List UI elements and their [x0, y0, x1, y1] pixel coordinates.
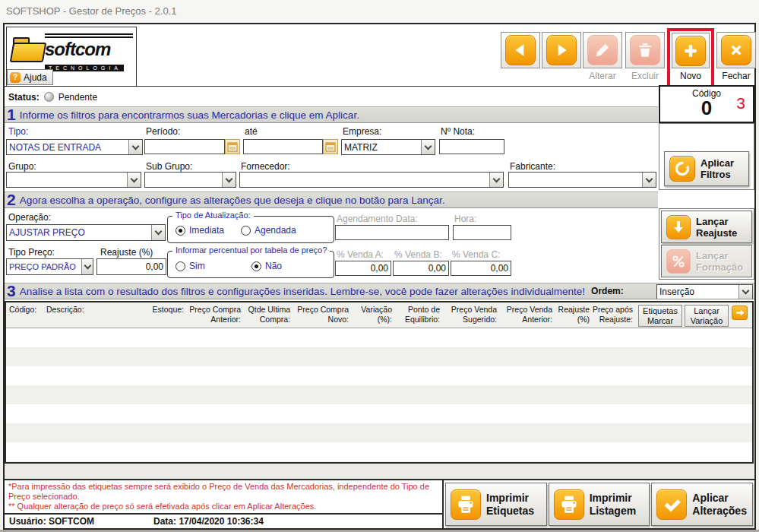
close-icon: [721, 35, 751, 65]
fabricante-combobox[interactable]: [508, 172, 656, 188]
status-row: Status: Pendente: [5, 87, 658, 106]
grupo-value: [7, 173, 127, 187]
check-icon: [656, 489, 687, 520]
subgrupo-value: [145, 173, 222, 187]
lancar-formacao-line2: Formação: [696, 261, 743, 273]
radio-agendada[interactable]: Agendada: [241, 225, 296, 236]
tipo-preco-value: PREÇO PADRÃO: [7, 259, 81, 274]
usuario-value: SOFTCOM: [49, 516, 94, 527]
tipo-atualizacao-groupbox: Tipo de Atualização: Imediata Agendada: [167, 216, 334, 243]
empresa-combobox[interactable]: MATRIZ: [341, 139, 435, 155]
step1-header: 1 Informe os filtros para encontrarmos s…: [5, 106, 658, 123]
aplicar-filtros-line2: Filtros: [700, 169, 731, 180]
question-icon: ?: [10, 72, 21, 83]
radio-nao-label: Não: [265, 261, 282, 271]
imprimir-listagem-button[interactable]: ImprimirListagem: [549, 483, 650, 526]
novo-button[interactable]: Novo: [670, 33, 711, 81]
nav-previous-button[interactable]: [500, 32, 541, 68]
step3-header: 3 Analise a lista com o resultado dos fi…: [5, 283, 754, 299]
scroll-right-button[interactable]: [732, 306, 748, 320]
chevron-down-icon: [81, 259, 93, 274]
fabricante-value: [509, 173, 642, 187]
empresa-label: Empresa:: [343, 126, 381, 137]
ate-calendar-button[interactable]: [323, 139, 338, 154]
radio-sim-label: Sim: [189, 261, 205, 271]
alterar-label: Alterar: [582, 71, 623, 81]
lancar-reajuste-button[interactable]: Lançar Reajuste: [661, 211, 752, 243]
step2-header: 2 Agora escolha a operação, configure as…: [5, 192, 658, 208]
fornecedor-combobox[interactable]: [239, 172, 504, 188]
reajuste-field[interactable]: 0,00: [96, 258, 166, 275]
alterar-button[interactable]: Alterar: [582, 32, 623, 81]
empresa-value: MATRIZ: [342, 140, 421, 154]
lancar-variacao-button[interactable]: LançarVariação: [685, 305, 729, 327]
imprimir-etiquetas-button[interactable]: ImprimirEtiquetas: [445, 483, 547, 526]
fechar-button[interactable]: Fechar: [716, 32, 757, 81]
nota-field[interactable]: [439, 139, 504, 154]
tipo-combobox[interactable]: NOTAS DE ENTRADA: [6, 139, 143, 155]
novo-highlight-rectangle: Novo: [667, 28, 714, 89]
fabricante-label: Fabricante:: [510, 161, 555, 172]
lancar-formacao-line1: Lançar: [696, 250, 729, 261]
window-title: SOFTSHOP - Gestor de Preços - 2.0.1: [6, 5, 176, 17]
arrow-down-icon: [666, 215, 691, 239]
chevron-down-icon: [127, 173, 141, 187]
radio-unselected-icon: [176, 261, 185, 271]
reajuste-label: Reajuste (%): [100, 247, 153, 258]
radio-sim[interactable]: Sim: [176, 261, 205, 271]
chevron-down-icon: [489, 173, 503, 187]
help-button[interactable]: ? Ajuda: [7, 69, 53, 85]
usuario-label: Usuário:: [9, 516, 46, 527]
refresh-icon: [669, 156, 695, 182]
aplicar-filtros-button[interactable]: Aplicar Filtros: [664, 151, 749, 186]
chevron-down-icon: [642, 173, 656, 187]
lancar-formacao-button[interactable]: Lançar Formação: [661, 245, 752, 277]
excluir-label: Excluir: [625, 71, 666, 81]
lancar-reajuste-line2: Reajuste: [696, 227, 737, 239]
grid-body-empty[interactable]: [6, 328, 752, 462]
top-band: softcom TECNOLOGIA ? Ajuda Alterar: [5, 24, 754, 87]
tipo-preco-combobox[interactable]: PREÇO PADRÃO: [6, 258, 93, 275]
radio-nao[interactable]: Não: [251, 261, 282, 271]
ordem-value: Inserção: [657, 285, 738, 299]
notes-box: *Para impressão das etiquetas sempre ser…: [5, 480, 444, 528]
tipo-atualizacao-legend: Tipo de Atualização:: [172, 211, 254, 220]
step2-title: Agora escolha a operação, configure as a…: [20, 195, 445, 206]
ordem-combobox[interactable]: Inserção: [656, 284, 753, 299]
periodo-field[interactable]: [144, 139, 225, 154]
chevron-down-icon: [738, 285, 752, 299]
subgrupo-combobox[interactable]: [144, 172, 236, 188]
user-bar: Usuário: SOFTCOM Data: 17/04/2020 10:36:…: [5, 513, 442, 528]
window-titlebar: SOFTSHOP - Gestor de Preços - 2.0.1: [0, 0, 759, 23]
chevron-down-icon: [128, 140, 142, 154]
trash-icon: [630, 35, 660, 65]
actions-panel: ImprimirEtiquetas ImprimirListagem: [444, 480, 754, 528]
venda-a-field[interactable]: 0,00: [335, 261, 391, 276]
chevron-down-icon: [151, 225, 165, 240]
arrow-right-icon: [546, 35, 577, 65]
hora-field[interactable]: [453, 225, 511, 240]
printer-icon: [554, 489, 584, 520]
radio-imediata[interactable]: Imediata: [176, 225, 224, 236]
etiquetas-marcar-button[interactable]: EtiquetasMarcar: [638, 305, 682, 327]
results-grid: Código: Descrição: Estoque: Preço Compra…: [5, 301, 754, 464]
percentual-tabela-groupbox: Informar percentual por tabela de preço?…: [167, 251, 334, 278]
percent-icon: [666, 249, 691, 274]
ate-label: até: [245, 126, 258, 137]
operacao-combobox[interactable]: AJUSTAR PREÇO: [6, 224, 166, 241]
grid-footer-strip: [5, 464, 754, 479]
plus-icon: [675, 36, 706, 66]
excluir-button[interactable]: Excluir: [625, 32, 666, 81]
lancar-reajuste-line1: Lançar: [696, 216, 729, 227]
ate-field[interactable]: [243, 139, 323, 154]
step1-number: 1: [7, 107, 16, 122]
venda-c-field[interactable]: 0,00: [451, 261, 511, 276]
nav-next-button[interactable]: [541, 32, 582, 68]
venda-b-field[interactable]: 0,00: [393, 261, 449, 276]
aplicar-alteracoes-button[interactable]: AplicarAlterações: [651, 483, 753, 526]
bottom-section: *Para impressão das etiquetas sempre ser…: [5, 479, 754, 528]
grupo-combobox[interactable]: [6, 172, 141, 188]
agendamento-field[interactable]: [335, 225, 449, 240]
subgrupo-label: Sub Grupo:: [146, 161, 192, 172]
periodo-calendar-button[interactable]: [225, 139, 240, 154]
